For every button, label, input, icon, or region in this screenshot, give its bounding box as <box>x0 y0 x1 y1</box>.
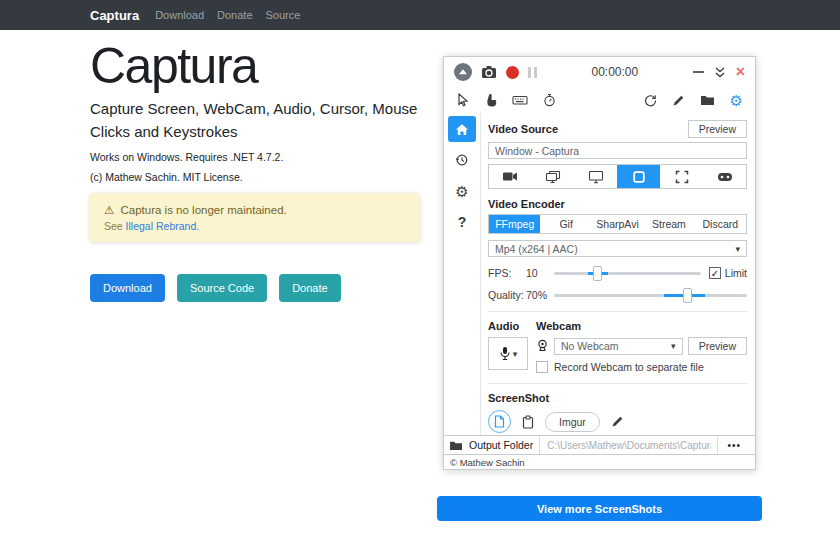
collapse-up-button[interactable] <box>454 63 472 81</box>
monitor-icon <box>588 170 604 184</box>
encoder-tabs: FFmpeg Gif SharpAvi Stream Discard <box>488 214 747 234</box>
codec-select[interactable]: Mp4 (x264 | AAC) ▾ <box>488 240 747 257</box>
cursor-icon <box>456 93 469 107</box>
illegal-rebrand-link[interactable]: Illegal Rebrand. <box>126 220 200 232</box>
nav-link-donate[interactable]: Donate <box>217 9 252 21</box>
video-source-label: Video Source <box>488 123 558 135</box>
screenshot-to-file-button[interactable] <box>488 410 511 433</box>
video-source-select[interactable]: Window - Captura <box>488 142 747 159</box>
pause-icon <box>528 67 531 78</box>
record-webcam-checkbox[interactable] <box>536 361 548 373</box>
source-window-button[interactable] <box>617 165 660 188</box>
alert-see-text: See <box>104 220 123 232</box>
rail-recent-button[interactable] <box>448 147 476 173</box>
webcam-controls-row: No Webcam ▾ Preview <box>536 337 747 355</box>
expand-collapse-button[interactable] <box>713 66 727 79</box>
video-source-preview-button[interactable]: Preview <box>688 120 747 138</box>
clipboard-icon <box>522 415 534 429</box>
file-icon <box>494 415 505 428</box>
chevron-up-icon <box>458 68 468 76</box>
fps-slider[interactable] <box>554 272 701 275</box>
quality-row: Quality: 70% <box>488 289 747 301</box>
refresh-button[interactable] <box>644 94 657 107</box>
source-all-screens-button[interactable] <box>532 165 575 188</box>
check-icon: ✓ <box>711 268 719 279</box>
download-button[interactable]: Download <box>90 274 165 302</box>
settings-gear-icon[interactable]: ⚙ <box>730 93 743 108</box>
caret-down-icon: ▾ <box>513 349 518 359</box>
donate-button[interactable]: Donate <box>279 274 340 302</box>
source-code-button[interactable]: Source Code <box>177 274 267 302</box>
screenshot-to-clipboard-button[interactable] <box>522 415 534 429</box>
quality-label: Quality: <box>488 289 526 301</box>
source-game-button[interactable] <box>703 165 746 188</box>
browse-folder-button[interactable]: ••• <box>717 436 750 454</box>
caret-down-icon: ▾ <box>735 244 740 254</box>
limit-checkbox[interactable]: ✓ <box>709 267 721 279</box>
minimize-button[interactable] <box>693 71 704 73</box>
webcam-select[interactable]: No Webcam ▾ <box>554 338 683 355</box>
quality-slider[interactable] <box>554 294 747 297</box>
timer-tool-button[interactable] <box>543 93 556 107</box>
screenshot-actions-row: Imgur <box>488 410 747 433</box>
side-rail: ⚙ ? <box>444 113 481 435</box>
output-folder-bar: Output Folder C:\Users\Mathew\Documents\… <box>444 435 755 454</box>
multiple-monitors-icon <box>545 170 561 184</box>
close-button[interactable]: × <box>736 64 745 80</box>
quality-slider-thumb[interactable] <box>683 288 692 303</box>
tab-gif[interactable]: Gif <box>540 215 591 233</box>
webcam-selected-value: No Webcam <box>561 340 619 352</box>
app-titlebar: 00:00:00 × <box>444 57 755 87</box>
pause-icon <box>534 67 537 78</box>
nav-link-source[interactable]: Source <box>266 9 301 21</box>
annotate-button[interactable] <box>672 94 685 107</box>
screenshot-camera-button[interactable] <box>481 65 497 79</box>
stopwatch-icon <box>543 93 556 107</box>
alert-link-line: See Illegal Rebrand. <box>104 220 406 232</box>
history-clock-icon <box>455 153 469 167</box>
source-region-button[interactable] <box>660 165 703 188</box>
captura-app-window: 00:00:00 × <box>443 56 756 470</box>
tab-sharpavi[interactable]: SharpAvi <box>592 215 643 233</box>
region-brackets-icon <box>675 170 689 184</box>
nav-link-download[interactable]: Download <box>155 9 204 21</box>
tab-discard[interactable]: Discard <box>695 215 746 233</box>
cursor-toggle-button[interactable] <box>456 93 469 107</box>
open-folder-button[interactable] <box>700 94 715 106</box>
webcam-preview-button[interactable]: Preview <box>688 337 747 355</box>
audio-label: Audio <box>488 320 519 332</box>
record-webcam-label: Record Webcam to separate file <box>554 361 704 373</box>
fps-slider-thumb[interactable] <box>593 266 602 281</box>
keystrokes-toggle-button[interactable] <box>512 94 528 106</box>
pause-button[interactable] <box>528 67 537 78</box>
audio-source-button[interactable]: ▾ <box>488 337 528 370</box>
caret-down-icon: ▾ <box>671 341 676 351</box>
camera-icon <box>481 65 497 79</box>
folder-icon <box>449 440 463 451</box>
tab-stream[interactable]: Stream <box>643 215 694 233</box>
fps-label: FPS: <box>488 267 526 279</box>
source-screen-button[interactable] <box>575 165 618 188</box>
rail-home-button[interactable] <box>448 116 476 142</box>
mouse-clicks-toggle-button[interactable] <box>484 93 497 107</box>
hero-section: Captura Capture Screen, WebCam, Audio, C… <box>90 40 437 521</box>
webcam-icon <box>536 339 549 353</box>
hero-subtitle: Capture Screen, WebCam, Audio, Cursor, M… <box>90 98 425 143</box>
webcam-section: Webcam No Webcam ▾ <box>536 320 747 373</box>
output-folder-path[interactable]: C:\Users\Mathew\Documents\Captura <box>539 436 711 454</box>
record-webcam-checkbox-row[interactable]: Record Webcam to separate file <box>536 361 747 373</box>
divider <box>488 311 747 312</box>
home-icon <box>455 123 469 136</box>
screenshot-edit-button[interactable] <box>611 415 624 428</box>
microphone-icon <box>499 346 511 361</box>
view-more-screenshots-button[interactable]: View more ScreenShots <box>437 496 762 521</box>
source-camcorder-button[interactable] <box>489 165 532 188</box>
tab-ffmpeg[interactable]: FFmpeg <box>489 215 540 233</box>
rail-help-button[interactable]: ? <box>448 209 476 235</box>
keyboard-icon <box>512 94 528 106</box>
rail-settings-gear-icon[interactable]: ⚙ <box>448 178 476 204</box>
fps-limit-checkbox-row[interactable]: ✓ Limit <box>709 267 747 279</box>
navbar-brand[interactable]: Captura <box>90 8 139 23</box>
record-button[interactable] <box>506 66 519 79</box>
imgur-upload-button[interactable]: Imgur <box>545 412 600 432</box>
